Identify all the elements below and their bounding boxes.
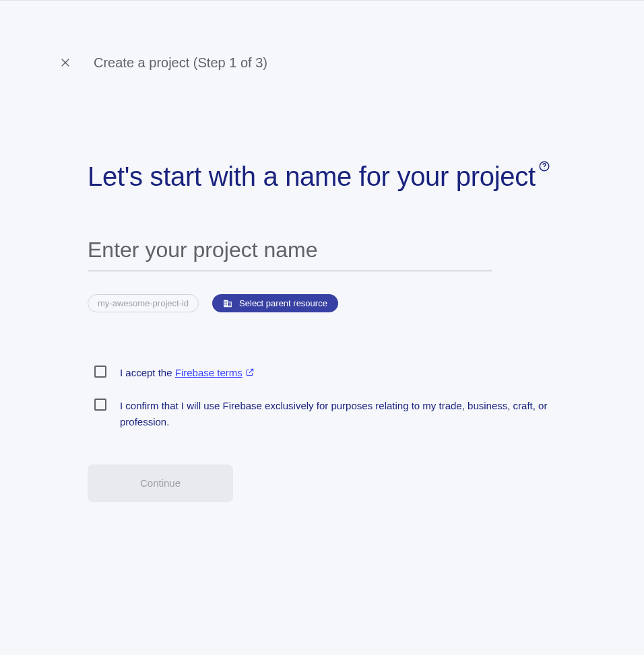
confirm-usage-checkbox[interactable] (94, 399, 106, 411)
svg-point-3 (544, 168, 544, 169)
main-content: Let's start with a name for your project… (0, 71, 559, 502)
continue-button[interactable]: Continue (88, 464, 233, 502)
chips-row: my-awesome-project-id Select parent reso… (88, 294, 559, 312)
project-name-input[interactable] (88, 238, 492, 271)
parent-resource-label: Select parent resource (239, 298, 327, 308)
header-title: Create a project (Step 1 of 3) (94, 55, 267, 71)
help-icon[interactable] (538, 160, 550, 172)
firebase-terms-link[interactable]: Firebase terms (175, 367, 255, 378)
wizard-header: Create a project (Step 1 of 3) (0, 1, 644, 71)
firebase-terms-link-text: Firebase terms (175, 367, 243, 378)
page-heading: Let's start with a name for your project (88, 158, 559, 195)
domain-icon (223, 299, 232, 308)
external-link-icon (245, 368, 255, 377)
accept-terms-prefix: I accept the (120, 367, 175, 378)
close-icon (59, 57, 71, 69)
project-id-chip: my-awesome-project-id (88, 294, 199, 312)
accept-terms-label: I accept the Firebase terms (120, 365, 255, 380)
project-name-row (88, 238, 492, 271)
heading-text: Let's start with a name for your project (88, 162, 536, 191)
checks-section: I accept the Firebase terms I confirm th… (88, 365, 559, 429)
close-button[interactable] (57, 55, 73, 71)
confirm-usage-row: I confirm that I will use Firebase exclu… (88, 398, 559, 429)
confirm-usage-label: I confirm that I will use Firebase exclu… (120, 398, 559, 429)
select-parent-resource-button[interactable]: Select parent resource (212, 294, 338, 312)
accept-terms-row: I accept the Firebase terms (88, 365, 559, 380)
accept-terms-checkbox[interactable] (94, 366, 106, 378)
